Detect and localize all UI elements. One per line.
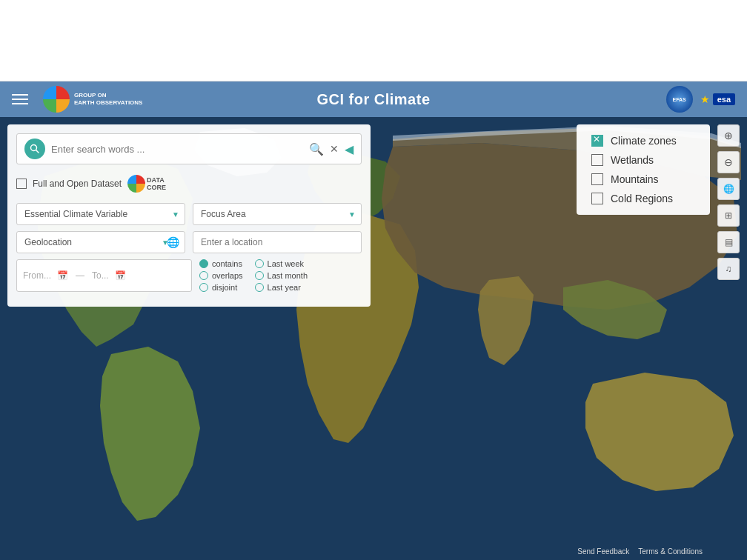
calendar-from-icon[interactable]: 📅 — [57, 270, 68, 281]
clear-search-icon[interactable]: ✕ — [330, 143, 339, 155]
zoom-out-icon: ⊖ — [724, 156, 733, 168]
last-month-label: Last month — [268, 271, 308, 280]
contains-label: contains — [212, 259, 242, 268]
geolocation-globe-icon: 🌐 — [167, 236, 179, 248]
search-bar: 🔍 ✕ ◀ — [16, 133, 362, 164]
geo-logo: GROUP ON EARTH OBSERVATIONS — [43, 86, 142, 113]
header-bar: GROUP ON EARTH OBSERVATIONS GCI for Clim… — [0, 81, 747, 117]
location-input[interactable] — [193, 231, 362, 253]
last-month-radio[interactable]: Last month — [255, 271, 308, 280]
date-separator: — — [76, 270, 84, 281]
climate-zones-checkbox[interactable] — [591, 135, 603, 147]
overlaps-radio[interactable]: overlaps — [199, 271, 243, 280]
info-button[interactable]: ♫ — [717, 258, 740, 280]
header-left: GROUP ON EARTH OBSERVATIONS — [12, 86, 142, 113]
last-week-label: Last week — [268, 259, 305, 268]
geolocation-input[interactable] — [16, 231, 185, 253]
svg-line-2 — [36, 150, 39, 153]
layers-button[interactable]: ▤ — [717, 231, 740, 253]
zoom-out-button[interactable]: ⊖ — [717, 151, 740, 173]
main-wrapper: GROUP ON EARTH OBSERVATIONS GCI for Clim… — [0, 0, 747, 560]
legend-item-wetlands: Wetlands — [591, 154, 695, 166]
legend-item-mountains: Mountains — [591, 173, 695, 185]
options-row: contains overlaps disjoint — [199, 259, 362, 292]
ecv-select[interactable]: Essential Climate Variable — [16, 203, 185, 225]
grid-button[interactable]: ⊞ — [717, 204, 740, 227]
zoom-in-icon: ⊕ — [724, 130, 733, 141]
header-right: EFAS ★ esa — [666, 86, 735, 113]
globe-button[interactable]: 🌐 — [717, 178, 740, 200]
climate-zones-label: Climate zones — [611, 135, 677, 147]
geo-data-text: DATACORE — [147, 176, 166, 191]
focus-area-select[interactable]: Focus Area — [193, 203, 362, 225]
focus-area-select-wrapper: Focus Area ▼ — [193, 203, 362, 225]
send-feedback-link[interactable]: Send Feedback — [577, 547, 629, 556]
calendar-to-icon[interactable]: 📅 — [115, 270, 126, 281]
last-month-radio-icon — [255, 271, 264, 280]
date-options-row: From... 📅 — To... 📅 contains — [16, 259, 362, 292]
esa-star-icon: ★ — [700, 93, 710, 105]
disjoint-label: disjoint — [212, 283, 237, 292]
search-submit-icon[interactable]: 🔍 — [309, 142, 324, 156]
last-year-radio[interactable]: Last year — [255, 283, 308, 292]
top-white-bar — [0, 0, 747, 81]
legend-panel: Climate zones Wetlands Mountains Cold Re… — [577, 124, 710, 215]
geolocation-wrapper: ▼ 🌐 — [16, 231, 185, 253]
contains-radio-icon — [199, 259, 208, 268]
open-dataset-label: Full and Open Dataset — [33, 179, 122, 189]
globe-icon: 🌐 — [723, 184, 734, 194]
mountains-checkbox[interactable] — [591, 173, 603, 185]
open-dataset-row: Full and Open Dataset DATACORE — [16, 172, 362, 196]
last-week-radio[interactable]: Last week — [255, 259, 308, 268]
map-container: 🔍 ✕ ◀ Full and Open Dataset DATACORE E — [0, 117, 747, 560]
search-icon[interactable] — [24, 139, 45, 159]
date-from-wrapper: From... 📅 — To... 📅 — [16, 259, 192, 292]
overlaps-label: overlaps — [212, 271, 243, 280]
info-icon: ♫ — [726, 264, 732, 274]
ecv-select-wrapper: Essential Climate Variable ▼ — [16, 203, 185, 225]
cold-regions-checkbox[interactable] — [591, 193, 603, 204]
search-actions: 🔍 ✕ ◀ — [309, 142, 353, 156]
map-toolbar: ⊕ ⊖ 🌐 ⊞ ▤ ♫ — [717, 124, 740, 280]
location-input-wrapper — [193, 231, 362, 253]
geo-data-badge: DATACORE — [127, 175, 166, 193]
mountains-label: Mountains — [611, 173, 659, 185]
terms-link[interactable]: Terms & Conditions — [638, 547, 703, 556]
zoom-in-button[interactable]: ⊕ — [717, 124, 740, 147]
page-title: GCI for Climate — [316, 91, 430, 108]
search-panel: 🔍 ✕ ◀ Full and Open Dataset DATACORE E — [7, 124, 371, 307]
open-dataset-checkbox[interactable] — [16, 179, 27, 189]
menu-button[interactable] — [12, 94, 28, 104]
time-radio-group: Last week Last month Last year — [255, 259, 308, 292]
geo-data-circle-icon — [127, 175, 145, 193]
geo-circle-icon — [43, 86, 70, 113]
back-arrow-icon[interactable]: ◀ — [345, 142, 353, 156]
last-year-radio-icon — [255, 283, 264, 292]
overlaps-radio-icon — [199, 271, 208, 280]
cold-regions-label: Cold Regions — [611, 193, 673, 204]
spatial-radio-group: contains overlaps disjoint — [199, 259, 243, 292]
layers-icon: ▤ — [725, 237, 733, 247]
geolocation-row: ▼ 🌐 — [16, 231, 362, 253]
grid-icon: ⊞ — [725, 210, 732, 221]
wetlands-checkbox[interactable] — [591, 154, 603, 166]
date-to-label: To... — [92, 270, 109, 281]
wetlands-label: Wetlands — [611, 154, 654, 166]
esa-badge: esa — [713, 93, 735, 105]
legend-item-climate-zones: Climate zones — [591, 135, 695, 147]
last-year-label: Last year — [268, 283, 301, 292]
disjoint-radio[interactable]: disjoint — [199, 283, 243, 292]
date-from-label: From... — [23, 270, 51, 281]
efas-logo: EFAS — [666, 86, 693, 113]
geo-text: GROUP ON EARTH OBSERVATIONS — [74, 92, 142, 107]
legend-item-cold-regions: Cold Regions — [591, 193, 695, 204]
footer-links: Send Feedback Terms & Conditions — [577, 547, 703, 556]
esa-logo: ★ esa — [700, 93, 735, 105]
disjoint-radio-icon — [199, 283, 208, 292]
contains-radio[interactable]: contains — [199, 259, 243, 268]
ecv-focus-row: Essential Climate Variable ▼ Focus Area … — [16, 203, 362, 225]
search-input[interactable] — [51, 144, 303, 155]
last-week-radio-icon — [255, 259, 264, 268]
